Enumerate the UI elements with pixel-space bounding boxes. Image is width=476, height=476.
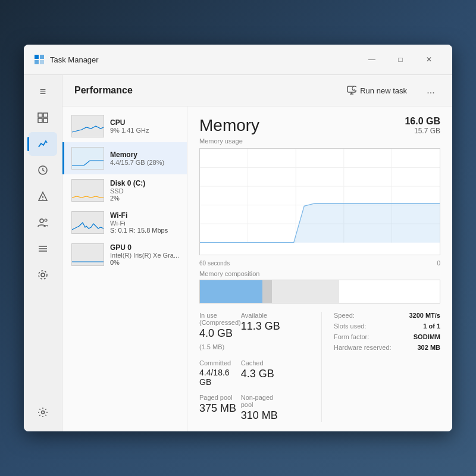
device-item-gpu[interactable]: GPU 0 Intel(R) Iris(R) Xe Gra... 0% xyxy=(62,239,187,271)
graph-time-labels: 60 seconds 0 xyxy=(199,260,440,267)
svg-rect-1 xyxy=(40,55,44,59)
device-item-disk[interactable]: Disk 0 (C:) SSD 2% xyxy=(62,174,187,206)
run-task-icon: + xyxy=(347,86,356,95)
wifi-name: Wi-Fi xyxy=(110,211,180,220)
cpu-name: CPU xyxy=(110,118,180,127)
device-list: CPU 9% 1.41 GHz Memory 4 xyxy=(62,107,187,431)
perf-total: 16.0 GB 15.7 GB xyxy=(405,116,440,135)
cpu-info: CPU 9% 1.41 GHz xyxy=(110,118,180,134)
perf-header: Memory 16.0 GB 15.7 GB xyxy=(199,116,440,135)
hw-reserved-label: Hardware reserved: xyxy=(334,344,392,351)
svg-rect-5 xyxy=(43,113,48,117)
device-item-wifi[interactable]: Wi-Fi Wi-Fi S: 0.1 R: 15.8 Mbps xyxy=(62,206,187,239)
memory-info: Memory 4.4/15.7 GB (28%) xyxy=(110,151,180,166)
svg-rect-0 xyxy=(35,55,39,59)
memory-name: Memory xyxy=(110,151,180,159)
sidebar-item-performance[interactable] xyxy=(29,132,57,156)
speed-row: Speed: 3200 MT/s xyxy=(334,312,440,319)
stat-available: Available 11.3 GB xyxy=(241,312,281,352)
speed-label: Speed: xyxy=(334,312,355,319)
hw-reserved-row: Hardware reserved: 302 MB xyxy=(334,344,440,351)
non-paged-value: 310 MB xyxy=(241,409,281,422)
comp-standby xyxy=(272,280,339,303)
total-memory: 16.0 GB xyxy=(405,116,440,127)
performance-panel: Memory 16.0 GB 15.7 GB Memory usage xyxy=(187,107,452,431)
minimize-button[interactable]: — xyxy=(358,51,386,68)
device-item-memory[interactable]: Memory 4.4/15.7 GB (28%) xyxy=(62,142,187,174)
comp-free xyxy=(339,280,440,303)
svg-rect-7 xyxy=(43,118,48,123)
device-item-cpu[interactable]: CPU 9% 1.41 GHz xyxy=(62,110,187,142)
disk-mini-graph xyxy=(71,179,104,202)
comp-in-use xyxy=(200,280,262,303)
right-stats: Speed: 3200 MT/s Slots used: 1 of 1 Form… xyxy=(321,312,440,422)
comp-label: Memory composition xyxy=(199,270,440,277)
non-paged-label: Non-paged pool xyxy=(241,394,281,408)
main-header: Performance + Run new task ... xyxy=(62,75,452,107)
zero-label: 0 xyxy=(437,260,440,267)
sidebar: ≡ xyxy=(24,75,62,431)
section-title: Performance xyxy=(74,85,340,96)
memory-usage: 4.4/15.7 GB (28%) xyxy=(110,159,180,166)
slots-label: Slots used: xyxy=(334,322,366,330)
left-stats: In use (Compressed) 4.0 GB (1.5 MB) Avai… xyxy=(199,312,321,422)
disk-usage: 2% xyxy=(110,195,180,202)
sidebar-item-details[interactable] xyxy=(29,237,57,261)
hw-reserved-value: 302 MB xyxy=(417,344,440,351)
body-split: CPU 9% 1.41 GHz Memory 4 xyxy=(62,107,452,431)
disk-info: Disk 0 (C:) SSD 2% xyxy=(110,179,180,202)
settings-button[interactable] xyxy=(29,400,57,424)
main-area: Performance + Run new task ... xyxy=(62,75,452,431)
task-manager-window: Task Manager — □ ✕ ≡ xyxy=(24,45,452,431)
disk-name: Disk 0 (C:) xyxy=(110,179,180,187)
run-new-task-button[interactable]: + Run new task xyxy=(340,83,414,98)
stat-committed: Committed 4.4/18.6 GB xyxy=(199,359,241,387)
sidebar-item-users[interactable] xyxy=(29,211,57,234)
close-button[interactable]: ✕ xyxy=(415,51,443,68)
comp-modified xyxy=(262,280,272,303)
window-controls: — □ ✕ xyxy=(358,51,443,68)
disk-type: SSD xyxy=(110,187,180,195)
graph-label: Memory usage xyxy=(199,137,440,145)
gpu-name: GPU 0 xyxy=(110,243,180,252)
stat-empty-2 xyxy=(281,359,321,387)
sidebar-item-menu[interactable]: ≡ xyxy=(29,80,57,104)
in-use-label: In use (Compressed) xyxy=(199,312,241,326)
svg-point-17 xyxy=(41,273,45,277)
svg-point-18 xyxy=(39,271,47,279)
sidebar-item-history[interactable] xyxy=(29,158,57,182)
paged-label: Paged pool xyxy=(199,394,241,401)
cached-label: Cached xyxy=(241,359,281,367)
committed-value: 4.4/18.6 GB xyxy=(199,368,241,387)
perf-title: Memory xyxy=(199,116,259,135)
svg-rect-6 xyxy=(38,118,42,123)
sidebar-item-services[interactable] xyxy=(29,263,57,287)
cpu-mini-graph xyxy=(71,115,104,137)
svg-point-11 xyxy=(42,199,43,200)
window-title: Task Manager xyxy=(50,55,358,64)
paged-value: 375 MB xyxy=(199,402,241,415)
wifi-mini-graph xyxy=(71,211,104,234)
time-label: 60 seconds xyxy=(199,260,230,267)
svg-point-13 xyxy=(45,219,47,221)
slots-row: Slots used: 1 of 1 xyxy=(334,322,440,330)
memory-composition-bar xyxy=(199,280,440,303)
stat-in-use: In use (Compressed) 4.0 GB (1.5 MB) xyxy=(199,312,241,352)
memory-graph xyxy=(199,148,440,255)
more-options-button[interactable]: ... xyxy=(421,81,440,100)
stat-paged: Paged pool 375 MB xyxy=(199,394,241,422)
gpu-model: Intel(R) Iris(R) Xe Gra... xyxy=(110,252,180,259)
memory-mini-graph xyxy=(71,147,104,170)
header-actions: + Run new task ... xyxy=(340,81,440,100)
maximize-button[interactable]: □ xyxy=(387,51,414,68)
gpu-mini-graph xyxy=(71,243,104,266)
svg-point-12 xyxy=(40,219,43,223)
sidebar-item-apps[interactable] xyxy=(29,106,57,130)
svg-rect-4 xyxy=(38,113,42,117)
stat-cached: Cached 4.3 GB xyxy=(241,359,281,387)
sidebar-item-startup[interactable] xyxy=(29,184,57,208)
wifi-info: Wi-Fi Wi-Fi S: 0.1 R: 15.8 Mbps xyxy=(110,211,180,234)
in-use-value: 4.0 GB (1.5 MB) xyxy=(199,327,241,352)
svg-rect-2 xyxy=(35,60,39,64)
available-value: 11.3 GB xyxy=(241,320,281,333)
